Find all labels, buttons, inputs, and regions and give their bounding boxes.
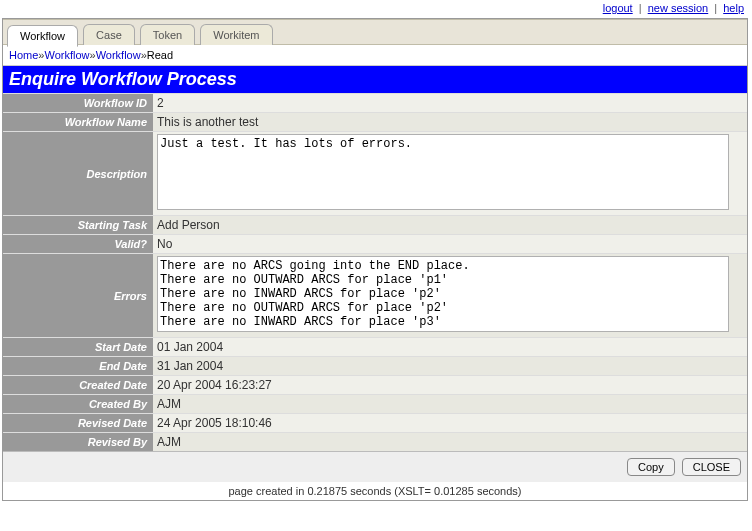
footer-buttons: Copy CLOSE bbox=[3, 451, 747, 482]
value-starting-task: Add Person bbox=[153, 216, 747, 235]
breadcrumb-read: Read bbox=[147, 49, 173, 61]
value-workflow-id: 2 bbox=[153, 94, 747, 113]
label-revised-by: Revised By bbox=[3, 433, 153, 452]
label-start-date: Start Date bbox=[3, 338, 153, 357]
description-textarea[interactable] bbox=[157, 134, 729, 210]
form-table: Workflow ID 2 Workflow Name This is anot… bbox=[3, 93, 747, 451]
errors-textarea[interactable] bbox=[157, 256, 729, 332]
copy-button[interactable]: Copy bbox=[627, 458, 675, 476]
label-valid: Valid? bbox=[3, 235, 153, 254]
tab-workitem[interactable]: Workitem bbox=[200, 24, 272, 45]
logout-link[interactable]: logout bbox=[603, 2, 633, 14]
value-created-by: AJM bbox=[153, 395, 747, 414]
label-revised-date: Revised Date bbox=[3, 414, 153, 433]
value-revised-date: 24 Apr 2005 18:10:46 bbox=[153, 414, 747, 433]
new-session-link[interactable]: new session bbox=[648, 2, 709, 14]
page-title: Enquire Workflow Process bbox=[3, 66, 747, 93]
separator: | bbox=[711, 2, 720, 14]
label-errors: Errors bbox=[3, 254, 153, 338]
label-created-by: Created By bbox=[3, 395, 153, 414]
tab-token[interactable]: Token bbox=[140, 24, 195, 45]
cell-errors bbox=[153, 254, 747, 338]
main-container: Workflow Case Token Workitem Home»Workfl… bbox=[2, 18, 748, 501]
cell-description bbox=[153, 132, 747, 216]
value-revised-by: AJM bbox=[153, 433, 747, 452]
value-workflow-name: This is another test bbox=[153, 113, 747, 132]
tab-workflow[interactable]: Workflow bbox=[7, 25, 78, 47]
separator: | bbox=[636, 2, 645, 14]
value-end-date: 31 Jan 2004 bbox=[153, 357, 747, 376]
breadcrumb-workflow1[interactable]: Workflow bbox=[44, 49, 89, 61]
label-workflow-name: Workflow Name bbox=[3, 113, 153, 132]
label-starting-task: Starting Task bbox=[3, 216, 153, 235]
value-valid: No bbox=[153, 235, 747, 254]
label-end-date: End Date bbox=[3, 357, 153, 376]
label-description: Description bbox=[3, 132, 153, 216]
label-created-date: Created Date bbox=[3, 376, 153, 395]
breadcrumb-home[interactable]: Home bbox=[9, 49, 38, 61]
tab-case[interactable]: Case bbox=[83, 24, 135, 45]
top-links: logout | new session | help bbox=[0, 0, 752, 16]
tab-bar: Workflow Case Token Workitem bbox=[3, 19, 747, 45]
close-button[interactable]: CLOSE bbox=[682, 458, 741, 476]
page-info: page created in 0.21875 seconds (XSLT= 0… bbox=[3, 482, 747, 500]
value-created-date: 20 Apr 2004 16:23:27 bbox=[153, 376, 747, 395]
breadcrumb: Home»Workflow»Workflow»Read bbox=[3, 45, 747, 66]
help-link[interactable]: help bbox=[723, 2, 744, 14]
value-start-date: 01 Jan 2004 bbox=[153, 338, 747, 357]
label-workflow-id: Workflow ID bbox=[3, 94, 153, 113]
breadcrumb-workflow2[interactable]: Workflow bbox=[96, 49, 141, 61]
